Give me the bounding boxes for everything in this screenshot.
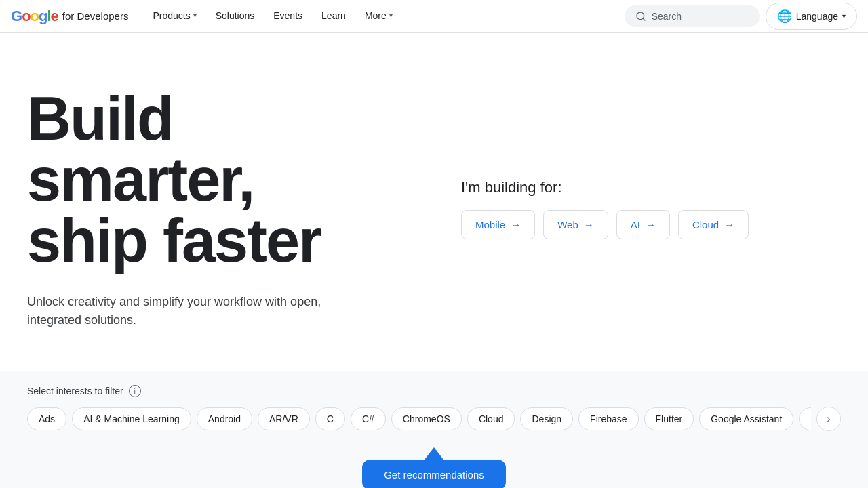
ai-button[interactable]: AI → bbox=[616, 210, 670, 239]
navbar: Google for Developers Products ▾ Solutio… bbox=[0, 0, 868, 33]
logo-text: for Developers bbox=[62, 10, 129, 22]
nav-events[interactable]: Events bbox=[265, 0, 311, 33]
hero-section: Build smarter, ship faster Unlock creati… bbox=[0, 33, 868, 371]
chip-c[interactable]: C bbox=[315, 407, 345, 430]
chevron-down-icon: ▾ bbox=[842, 12, 846, 20]
chip-google-extra[interactable]: Goo... bbox=[799, 407, 811, 430]
chip-design[interactable]: Design bbox=[520, 407, 573, 430]
chip-cloud[interactable]: Cloud bbox=[467, 407, 515, 430]
hero-left: Build smarter, ship faster Unlock creati… bbox=[27, 88, 434, 329]
chevron-down-icon: ▾ bbox=[193, 12, 197, 19]
language-label: Language bbox=[796, 11, 838, 22]
hero-subtitle: Unlock creativity and simplify your work… bbox=[27, 293, 366, 329]
info-icon[interactable]: i bbox=[129, 385, 141, 397]
scroll-next-button[interactable]: › bbox=[816, 407, 841, 431]
filter-chips-wrapper: Ads AI & Machine Learning Android AR/VR … bbox=[27, 407, 841, 431]
chip-google-assistant[interactable]: Google Assistant bbox=[699, 407, 793, 430]
language-button[interactable]: 🌐 Language ▾ bbox=[766, 3, 857, 30]
nav-more[interactable]: More ▾ bbox=[357, 0, 401, 33]
arrow-icon: → bbox=[724, 219, 734, 230]
arrow-icon: → bbox=[511, 219, 521, 230]
logo[interactable]: Google for Developers bbox=[11, 7, 128, 25]
search-icon bbox=[635, 11, 646, 22]
hero-title: Build smarter, ship faster bbox=[27, 88, 434, 271]
building-for-label: I'm building for: bbox=[461, 179, 562, 197]
chip-flutter[interactable]: Flutter bbox=[644, 407, 694, 430]
filter-header: Select interests to filter i bbox=[27, 385, 841, 397]
filter-chips: Ads AI & Machine Learning Android AR/VR … bbox=[27, 407, 811, 430]
chip-arvr[interactable]: AR/VR bbox=[258, 407, 310, 430]
nav-links: Products ▾ Solutions Events Learn More ▾ bbox=[144, 0, 624, 33]
filter-section: Select interests to filter i Ads AI & Ma… bbox=[0, 371, 868, 442]
arrow-icon: → bbox=[584, 219, 594, 230]
nav-products[interactable]: Products ▾ bbox=[144, 0, 204, 33]
tooltip-box[interactable]: Get recommendations bbox=[362, 460, 506, 488]
chip-ads[interactable]: Ads bbox=[27, 407, 66, 430]
tooltip-arrow-icon bbox=[425, 447, 443, 460]
arrow-icon: → bbox=[646, 219, 656, 230]
svg-line-1 bbox=[643, 18, 645, 20]
nav-right: Search 🌐 Language ▾ bbox=[625, 3, 857, 30]
filter-header-label: Select interests to filter bbox=[27, 386, 123, 396]
google-logo-icon: Google bbox=[11, 7, 58, 25]
chip-chromeos[interactable]: ChromeOS bbox=[391, 407, 462, 430]
globe-icon: 🌐 bbox=[777, 9, 792, 24]
search-box[interactable]: Search bbox=[625, 5, 760, 27]
search-placeholder: Search bbox=[652, 11, 682, 22]
nav-solutions[interactable]: Solutions bbox=[208, 0, 263, 33]
building-buttons: Mobile → Web → AI → Cloud → bbox=[461, 210, 749, 239]
web-button[interactable]: Web → bbox=[543, 210, 608, 239]
nav-learn[interactable]: Learn bbox=[313, 0, 354, 33]
chip-firebase[interactable]: Firebase bbox=[578, 407, 638, 430]
chip-ai-ml[interactable]: AI & Machine Learning bbox=[72, 407, 191, 430]
chevron-down-icon: ▾ bbox=[389, 12, 393, 19]
chip-android[interactable]: Android bbox=[197, 407, 252, 430]
hero-right: I'm building for: Mobile → Web → AI → Cl… bbox=[434, 179, 841, 239]
cloud-button[interactable]: Cloud → bbox=[678, 210, 749, 239]
mobile-button[interactable]: Mobile → bbox=[461, 210, 535, 239]
chip-csharp[interactable]: C# bbox=[351, 407, 386, 430]
